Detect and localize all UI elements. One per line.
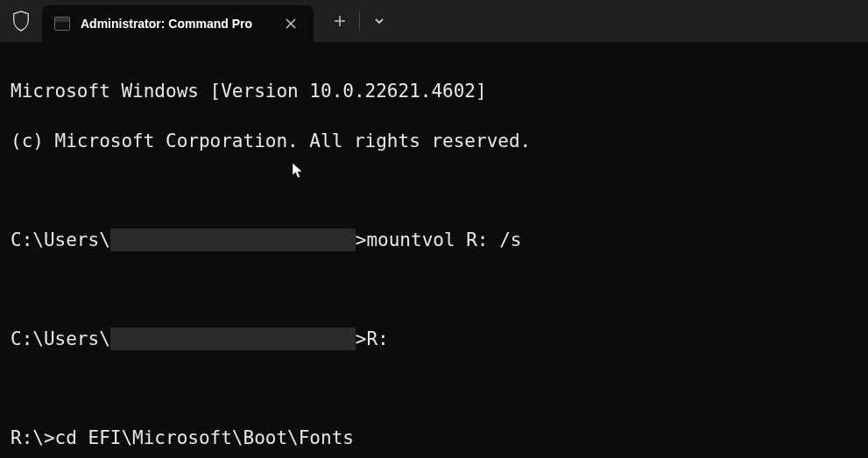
new-tab-button[interactable] — [321, 4, 359, 39]
output-line: Microsoft Windows [Version 10.0.22621.46… — [11, 79, 857, 103]
tab-title: Administrator: Command Pro — [81, 17, 268, 31]
close-icon — [286, 18, 296, 29]
tab-dropdown-button[interactable] — [360, 4, 399, 39]
titlebar: Administrator: Command Pro — [0, 0, 868, 42]
output-line: R:\>cd EFI\Microsoft\Boot\Fonts — [11, 426, 857, 450]
command-text: >mountvol R: /s — [356, 229, 522, 250]
uac-shield-area — [0, 0, 42, 42]
chevron-down-icon — [374, 16, 385, 26]
blank-line — [11, 377, 857, 401]
prompt-line: C:\Users\>mountvol R: /s — [11, 228, 857, 252]
redacted-username — [110, 328, 356, 350]
command-text: >R: — [356, 328, 389, 349]
output-line: (c) Microsoft Corporation. All rights re… — [11, 129, 857, 153]
terminal-output[interactable]: Microsoft Windows [Version 10.0.22621.46… — [0, 42, 868, 458]
plus-icon — [334, 15, 346, 27]
shield-icon — [11, 10, 31, 32]
prompt-prefix: C:\Users\ — [11, 229, 110, 250]
blank-line — [11, 278, 857, 302]
blank-line — [11, 179, 857, 203]
close-tab-button[interactable] — [279, 11, 303, 36]
terminal-tab[interactable]: Administrator: Command Pro — [42, 5, 314, 42]
redacted-username — [110, 229, 356, 251]
prompt-prefix: C:\Users\ — [11, 328, 110, 349]
titlebar-actions — [314, 0, 399, 42]
cmd-icon — [54, 17, 70, 31]
prompt-line: C:\Users\>R: — [11, 327, 857, 351]
